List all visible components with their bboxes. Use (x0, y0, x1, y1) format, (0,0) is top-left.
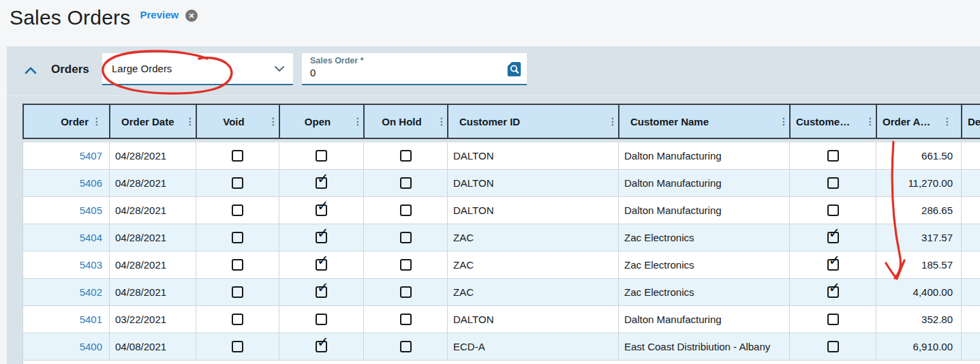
open-checkbox[interactable] (316, 177, 327, 189)
column-header-void[interactable]: Void ⋮ (196, 105, 279, 138)
order-link[interactable]: 5403 (22, 252, 109, 279)
open-cell (279, 306, 363, 333)
chevron-down-icon[interactable] (274, 63, 285, 75)
customer-id-cell: ECD-A (447, 333, 618, 361)
open-checkbox[interactable] (316, 204, 327, 216)
order-link[interactable]: 5400 (22, 333, 109, 361)
open-checkbox[interactable] (316, 341, 327, 352)
column-menu-icon[interactable]: ⋮ (865, 116, 876, 127)
column-menu-icon[interactable]: ⋮ (185, 116, 196, 127)
order-link[interactable]: 5404 (22, 224, 109, 252)
column-menu-icon[interactable]: ⋮ (436, 116, 447, 127)
column-menu-icon[interactable]: ⋮ (352, 116, 363, 127)
void-checkbox[interactable] (232, 259, 243, 271)
column-menu-icon[interactable]: ⋮ (607, 116, 618, 127)
void-checkbox[interactable] (232, 314, 243, 325)
table-header-row: Order ⋮ Order Date ⋮ Void ⋮ Open ⋮ On Ho… (22, 104, 980, 139)
customer-flag-checkbox[interactable] (827, 204, 839, 216)
dep-cell (961, 333, 980, 361)
lookup-magnifier-icon[interactable] (507, 61, 521, 80)
open-cell (279, 197, 363, 224)
customer-flag-checkbox[interactable] (827, 259, 839, 271)
open-checkbox[interactable] (316, 314, 327, 325)
dep-cell (961, 142, 980, 170)
void-cell (196, 306, 279, 333)
column-header-order[interactable]: Order ⋮ (22, 105, 109, 138)
order-amount-cell: 352.80 (876, 306, 961, 333)
order-link[interactable]: 5405 (22, 197, 109, 224)
table-row: 5404 04/28/2021 ZAC Zac Electronics 317.… (22, 224, 980, 252)
on-hold-checkbox[interactable] (400, 259, 412, 271)
column-menu-icon[interactable]: ⋮ (942, 116, 953, 127)
customer-flag-checkbox[interactable] (827, 150, 839, 162)
column-menu-icon[interactable]: ⋮ (778, 116, 789, 127)
order-amount-cell: 6,910.00 (876, 333, 961, 361)
table-row: 5407 04/28/2021 DALTON Dalton Manufactur… (22, 142, 980, 170)
customer-id-cell: ZAC (447, 224, 618, 252)
order-date-cell: 04/28/2021 (109, 197, 196, 224)
void-checkbox[interactable] (232, 150, 243, 162)
column-header-dep[interactable]: Dep (961, 105, 980, 138)
open-checkbox[interactable] (316, 259, 327, 271)
column-header-customer-id[interactable]: Customer ID ⋮ (447, 105, 618, 138)
on-hold-checkbox[interactable] (400, 314, 412, 325)
on-hold-checkbox[interactable] (400, 341, 412, 352)
on-hold-cell (363, 224, 447, 252)
close-icon[interactable]: ✕ (185, 10, 198, 22)
on-hold-checkbox[interactable] (400, 204, 412, 216)
customer-flag-checkbox[interactable] (827, 286, 839, 298)
column-header-on-hold[interactable]: On Hold ⋮ (363, 105, 447, 138)
table-row: 5406 04/28/2021 DALTON Dalton Manufactur… (22, 170, 980, 197)
customer-id-cell: DALTON (447, 170, 618, 197)
sales-order-field[interactable]: Sales Order * 0 (302, 53, 527, 85)
title-bar: Sales Orders Preview ✕ (0, 0, 980, 46)
order-link[interactable]: 5406 (22, 170, 109, 197)
on-hold-checkbox[interactable] (400, 286, 412, 298)
column-header-customer-name[interactable]: Customer Name ⋮ (618, 105, 789, 138)
customer-flag-checkbox[interactable] (827, 177, 839, 189)
section-label: Orders (51, 63, 89, 76)
column-header-order-amount[interactable]: Order A… ⋮ (876, 105, 961, 138)
void-checkbox[interactable] (232, 232, 243, 243)
on-hold-checkbox[interactable] (400, 177, 412, 189)
table-row: 5403 04/28/2021 ZAC Zac Electronics 185.… (22, 252, 980, 279)
customer-name-cell: Zac Electronics (618, 252, 789, 279)
void-cell (196, 252, 279, 279)
on-hold-checkbox[interactable] (400, 150, 412, 162)
customer-flag-cell (789, 306, 876, 333)
table-row: 5400 04/08/2021 ECD-A East Coast Distrib… (22, 333, 980, 361)
preview-link[interactable]: Preview (140, 9, 179, 20)
order-date-cell: 04/28/2021 (109, 224, 196, 252)
open-checkbox[interactable] (316, 150, 327, 162)
column-header-open[interactable]: Open ⋮ (279, 105, 363, 138)
customer-flag-cell (789, 142, 876, 170)
order-link[interactable]: 5407 (22, 142, 109, 170)
order-date-cell: 04/28/2021 (109, 252, 196, 279)
column-header-order-date[interactable]: Order Date ⋮ (109, 105, 196, 138)
collapse-chevron-icon[interactable] (25, 65, 37, 77)
customer-flag-checkbox[interactable] (827, 314, 839, 325)
customer-flag-checkbox[interactable] (827, 232, 839, 243)
void-checkbox[interactable] (232, 177, 243, 189)
on-hold-checkbox[interactable] (400, 232, 412, 243)
order-date-cell: 04/08/2021 (109, 333, 196, 361)
void-cell (196, 224, 279, 252)
view-selector-dropdown[interactable]: Large Orders (102, 53, 293, 85)
sales-order-value[interactable]: 0 (310, 67, 527, 78)
void-cell (196, 197, 279, 224)
void-checkbox[interactable] (232, 341, 243, 352)
void-checkbox[interactable] (232, 286, 243, 298)
dep-cell (961, 197, 980, 224)
open-checkbox[interactable] (316, 286, 327, 298)
customer-flag-checkbox[interactable] (827, 341, 839, 352)
customer-name-cell: Dalton Manufacturing (618, 306, 789, 333)
column-header-customer-flag[interactable]: Custome… ⋮ (789, 105, 876, 138)
order-link[interactable]: 5401 (22, 306, 109, 333)
void-checkbox[interactable] (232, 204, 243, 216)
dep-cell (961, 170, 980, 197)
column-menu-icon[interactable]: ⋮ (91, 116, 102, 127)
order-link[interactable]: 5402 (22, 279, 109, 306)
open-checkbox[interactable] (316, 232, 327, 243)
column-menu-icon[interactable]: ⋮ (268, 116, 279, 127)
customer-id-cell: DALTON (447, 197, 618, 224)
